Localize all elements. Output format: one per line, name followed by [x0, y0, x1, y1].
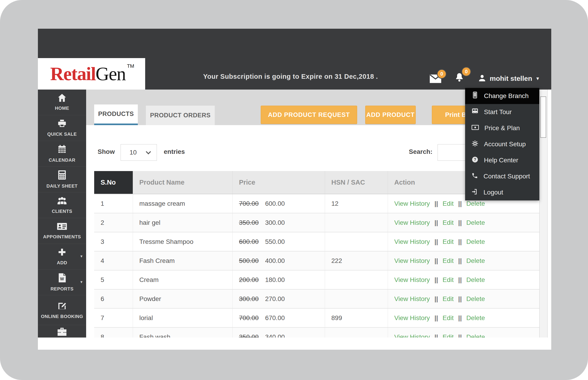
- edit-link[interactable]: Edit: [443, 276, 454, 283]
- view-history-link[interactable]: View History: [394, 238, 430, 245]
- cell-price: 700.00670.00: [233, 308, 325, 327]
- page-size-select[interactable]: 10: [120, 144, 157, 161]
- delete-link[interactable]: Delete: [466, 200, 485, 207]
- sidebar: HOME QUICK SALE CALENDAR DAILY SHEET CLI…: [38, 90, 86, 338]
- phone-icon: [471, 172, 478, 180]
- old-price: 350.00: [239, 219, 259, 226]
- view-history-link[interactable]: View History: [394, 314, 430, 322]
- menu-item-help-center[interactable]: ? Help Center: [465, 152, 539, 168]
- new-price: 180.00: [265, 276, 285, 283]
- user-name: mohit stellen: [490, 75, 532, 82]
- sidebar-item-online-booking[interactable]: ONLINE BOOKING: [38, 295, 86, 325]
- mail-button[interactable]: 0: [430, 74, 441, 83]
- edit-link[interactable]: Edit: [443, 333, 454, 338]
- view-history-link[interactable]: View History: [394, 333, 430, 338]
- table-row: 6 Powder 300.00270.00 View History || Ed…: [94, 289, 539, 308]
- sidebar-item-quick-sale[interactable]: QUICK SALE: [38, 115, 86, 141]
- chevron-down-icon: ▾: [80, 279, 82, 284]
- column-header-hsn-sac[interactable]: HSN / SAC: [325, 171, 388, 194]
- column-header-product-name[interactable]: Product Name: [133, 171, 233, 194]
- view-history-link[interactable]: View History: [394, 276, 430, 283]
- menu-item-price-plan[interactable]: Price & Plan: [465, 120, 539, 136]
- menu-item-account-setup[interactable]: Account Setup: [465, 136, 539, 152]
- link-separator: ||: [434, 257, 438, 264]
- cell-hsn: 12: [325, 194, 388, 213]
- delete-link[interactable]: Delete: [466, 238, 485, 245]
- cell-hsn: 899: [325, 308, 388, 327]
- delete-link[interactable]: Delete: [466, 314, 485, 322]
- svg-text:?: ?: [474, 157, 476, 162]
- old-price: 700.00: [239, 200, 259, 207]
- old-price: 500.00: [239, 257, 259, 264]
- view-history-link[interactable]: View History: [394, 219, 430, 226]
- view-history-link[interactable]: View History: [394, 295, 430, 302]
- link-separator: ||: [458, 295, 462, 302]
- add-product-button[interactable]: ADD PRODUCT: [365, 106, 416, 124]
- edit-link[interactable]: Edit: [443, 238, 454, 245]
- menu-item-contact-support[interactable]: Contact Support: [465, 168, 539, 184]
- cell-hsn: [325, 327, 388, 338]
- sidebar-item-clients[interactable]: CLIENTS: [38, 192, 86, 218]
- scrollbar-thumb[interactable]: [540, 96, 546, 138]
- table-row: 3 Tressme Shampoo 600.00550.00 View Hist…: [94, 232, 539, 251]
- cell-action: View History || Edit || Delete: [388, 213, 539, 232]
- sidebar-item-briefcase[interactable]: [38, 325, 86, 338]
- column-header-price[interactable]: Price: [233, 171, 325, 194]
- svg-text:W: W: [60, 277, 64, 281]
- view-history-link[interactable]: View History: [394, 257, 430, 264]
- tab-products[interactable]: PRODUCTS: [94, 104, 138, 125]
- sidebar-item-home[interactable]: HOME: [38, 90, 86, 115]
- app-window: RetailGenTM Your Subscription is going t…: [38, 29, 551, 350]
- table-row: 4 Fash Cream 500.00400.00 222 View Histo…: [94, 251, 539, 270]
- vertical-scrollbar[interactable]: [539, 90, 548, 338]
- menu-item-logout[interactable]: Logout: [465, 184, 539, 200]
- cell-action: View History || Edit || Delete: [388, 289, 539, 308]
- view-history-link[interactable]: View History: [394, 200, 430, 207]
- sidebar-item-calendar[interactable]: CALENDAR: [38, 141, 86, 167]
- add-product-request-button[interactable]: ADD PRODUCT REQUEST: [261, 106, 357, 124]
- user-icon: [478, 74, 487, 83]
- user-menu-trigger[interactable]: mohit stellen ▼: [478, 74, 540, 83]
- delete-link[interactable]: Delete: [466, 219, 485, 226]
- table-row: 7 lorial 700.00670.00 899 View History |…: [94, 308, 539, 327]
- link-separator: ||: [434, 219, 438, 226]
- delete-link[interactable]: Delete: [466, 257, 485, 264]
- cell-price: 500.00400.00: [233, 251, 325, 270]
- home-icon: [57, 94, 67, 103]
- column-header-sno[interactable]: S.No: [94, 171, 133, 194]
- new-price: 270.00: [265, 295, 285, 302]
- delete-link[interactable]: Delete: [466, 333, 485, 338]
- bus-icon: [471, 108, 478, 117]
- show-label: Show: [98, 148, 115, 155]
- sidebar-item-reports[interactable]: W REPORTS ▾: [38, 269, 86, 295]
- edit-link[interactable]: Edit: [443, 219, 454, 226]
- cell-sno: 8: [94, 327, 133, 338]
- new-price: 340.00: [265, 333, 285, 338]
- cell-sno: 3: [94, 232, 133, 251]
- delete-link[interactable]: Delete: [466, 295, 485, 302]
- branch-icon: [471, 91, 478, 101]
- cell-product-name: Cream: [133, 270, 233, 289]
- old-price: 200.00: [239, 276, 259, 283]
- sidebar-item-appointments[interactable]: APPOINTMENTS: [38, 218, 86, 244]
- sidebar-item-add[interactable]: ADD ▾: [38, 244, 86, 269]
- link-separator: ||: [434, 314, 438, 322]
- menu-item-start-tour[interactable]: Start Tour: [465, 104, 539, 120]
- link-separator: ||: [458, 314, 462, 322]
- link-separator: ||: [458, 200, 462, 207]
- menu-item-change-branch[interactable]: Change Branch: [465, 88, 539, 104]
- link-separator: ||: [458, 238, 462, 245]
- edit-link[interactable]: Edit: [443, 314, 454, 322]
- sidebar-item-daily-sheet[interactable]: DAILY SHEET: [38, 167, 86, 192]
- cell-action: View History || Edit || Delete: [388, 251, 539, 270]
- logo-text-gen: Gen: [96, 63, 126, 85]
- new-price: 400.00: [265, 257, 285, 264]
- brand-logo[interactable]: RetailGenTM: [38, 58, 145, 90]
- edit-link[interactable]: Edit: [443, 295, 454, 302]
- notifications-button[interactable]: 0: [454, 72, 465, 83]
- users-icon: [57, 196, 67, 206]
- delete-link[interactable]: Delete: [466, 276, 485, 283]
- edit-link[interactable]: Edit: [443, 200, 454, 207]
- edit-link[interactable]: Edit: [443, 257, 454, 264]
- tab-product-orders[interactable]: PRODUCT ORDERS: [146, 106, 215, 125]
